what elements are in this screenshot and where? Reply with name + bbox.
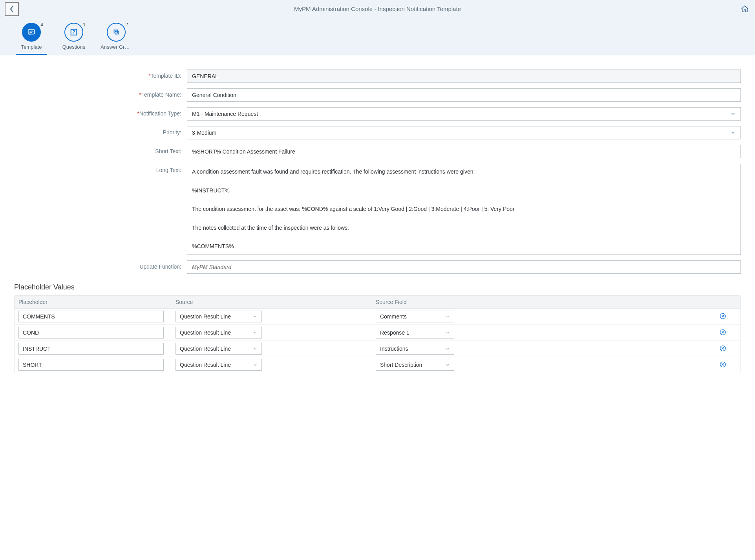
tab-template-badge: 4 xyxy=(40,22,43,27)
section-title-placeholders: Placeholder Values xyxy=(14,283,741,291)
chevron-down-icon xyxy=(253,362,258,367)
row-short-text: Short Text: %SHORT% Condition Assessment… xyxy=(14,145,741,158)
label-template-name: *Template Name: xyxy=(14,88,187,98)
answers-icon xyxy=(112,28,121,37)
tab-answer-groups[interactable]: 2 Answer Gro… xyxy=(101,18,132,55)
table-row: COMMENTSQuestion Result LineComments xyxy=(15,309,740,325)
placeholder-name-input[interactable]: SHORT xyxy=(18,359,164,371)
back-button[interactable] xyxy=(5,2,19,16)
tab-template[interactable]: 4 Template xyxy=(16,18,47,55)
chevron-down-icon xyxy=(445,362,450,367)
template-icon xyxy=(27,28,36,37)
value-notification-type: M1 - Maintenance Request xyxy=(192,111,258,117)
page-title: MyPM Administration Console - Inspection… xyxy=(294,5,461,12)
tab-questions-icon-wrap: 1 xyxy=(64,23,83,42)
question-icon xyxy=(69,28,78,37)
label-priority: Priority: xyxy=(14,126,187,135)
header-bar: MyPM Administration Console - Inspection… xyxy=(0,0,755,18)
label-update-function: Update Function: xyxy=(14,260,187,270)
field-template-name[interactable]: General Condition xyxy=(187,88,741,102)
chevron-down-icon xyxy=(253,346,258,351)
chevron-down-icon xyxy=(445,346,450,351)
field-notification-type[interactable]: M1 - Maintenance Request xyxy=(187,107,741,121)
placeholder-name-input[interactable]: COMMENTS xyxy=(18,311,164,322)
placeholder-source-field-select[interactable]: Response 1 xyxy=(376,327,454,339)
delete-icon xyxy=(719,313,726,320)
tab-questions-label: Questions xyxy=(62,44,86,50)
row-notification-type: *Notification Type: M1 - Maintenance Req… xyxy=(14,107,741,121)
svg-point-2 xyxy=(73,33,74,34)
placeholder-source-select[interactable]: Question Result Line xyxy=(175,343,262,355)
home-icon xyxy=(740,5,749,13)
tabs-bar: 4 Template 1 Questions 2 Answer Gro… xyxy=(0,18,755,55)
placeholder-source-field-select[interactable]: Short Description xyxy=(376,359,454,371)
chevron-down-icon xyxy=(253,314,258,319)
chevron-down-icon xyxy=(445,330,450,335)
tab-answer-groups-badge: 2 xyxy=(125,22,128,27)
tab-answer-groups-label: Answer Gro… xyxy=(101,44,132,50)
col-header-source: Source xyxy=(175,299,376,305)
table-row: CONDQuestion Result LineResponse 1 xyxy=(15,325,740,341)
field-long-text[interactable]: A condition assessment fault was found a… xyxy=(187,164,741,255)
label-notification-type: *Notification Type: xyxy=(14,107,187,117)
field-priority[interactable]: 3-Medium xyxy=(187,126,741,139)
tab-questions-badge: 1 xyxy=(83,22,86,27)
chevron-down-icon xyxy=(253,330,258,335)
tab-template-icon-wrap: 4 xyxy=(22,23,41,42)
placeholder-source-select[interactable]: Question Result Line xyxy=(175,311,262,322)
col-header-placeholder: Placeholder xyxy=(18,299,175,305)
chevron-down-icon xyxy=(445,314,450,319)
delete-icon xyxy=(719,329,726,336)
placeholder-source-field-select[interactable]: Instructions xyxy=(376,343,454,355)
placeholder-name-input[interactable]: COND xyxy=(18,327,164,339)
row-update-function: Update Function: MyPM Standard xyxy=(14,260,741,274)
col-header-actions xyxy=(709,299,737,305)
value-priority: 3-Medium xyxy=(192,130,216,136)
field-update-function[interactable]: MyPM Standard xyxy=(187,260,741,274)
chevron-left-icon xyxy=(9,4,15,14)
label-template-id: *Template ID: xyxy=(14,70,187,79)
delete-row-button[interactable] xyxy=(719,313,726,320)
table-row: SHORTQuestion Result LineShort Descripti… xyxy=(15,357,740,373)
table-row: INSTRUCTQuestion Result LineInstructions xyxy=(15,341,740,357)
label-short-text: Short Text: xyxy=(14,145,187,154)
chevron-down-icon xyxy=(730,111,736,117)
chevron-down-icon xyxy=(730,130,736,135)
delete-icon xyxy=(719,345,726,352)
tab-answer-groups-icon-wrap: 2 xyxy=(107,23,126,42)
placeholder-name-input[interactable]: INSTRUCT xyxy=(18,343,164,355)
tab-template-label: Template xyxy=(21,44,42,50)
col-header-source-field: Source Field xyxy=(376,299,709,305)
delete-row-button[interactable] xyxy=(719,329,726,336)
home-button[interactable] xyxy=(739,4,750,15)
field-short-text[interactable]: %SHORT% Condition Assessment Failure xyxy=(187,145,741,158)
placeholder-table: Placeholder Source Source Field COMMENTS… xyxy=(14,295,741,373)
row-long-text: Long Text: A condition assessment fault … xyxy=(14,164,741,255)
form-area: *Template ID: GENERAL *Template Name: Ge… xyxy=(0,55,755,378)
placeholder-source-field-select[interactable]: Comments xyxy=(376,311,454,322)
row-priority: Priority: 3-Medium xyxy=(14,126,741,139)
delete-icon xyxy=(719,361,726,368)
delete-row-button[interactable] xyxy=(719,361,726,368)
field-template-id: GENERAL xyxy=(187,70,741,83)
placeholder-source-select[interactable]: Question Result Line xyxy=(175,359,262,371)
delete-row-button[interactable] xyxy=(719,345,726,352)
placeholder-table-header: Placeholder Source Source Field xyxy=(15,296,740,309)
row-template-id: *Template ID: GENERAL xyxy=(14,70,741,83)
placeholder-source-select[interactable]: Question Result Line xyxy=(175,327,262,339)
row-template-name: *Template Name: General Condition xyxy=(14,88,741,102)
label-long-text: Long Text: xyxy=(14,164,187,173)
tab-questions[interactable]: 1 Questions xyxy=(58,18,90,55)
